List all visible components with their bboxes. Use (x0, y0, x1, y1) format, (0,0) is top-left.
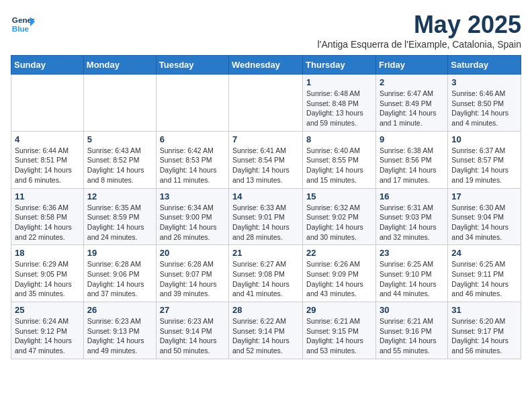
day-number: 8 (306, 134, 372, 144)
day-info: Sunrise: 6:34 AM Sunset: 9:00 PM Dayligh… (160, 203, 225, 242)
day-number: 29 (306, 305, 372, 315)
calendar-table: SundayMondayTuesdayWednesdayThursdayFrid… (11, 55, 521, 359)
title-block: May 2025 l'Antiga Esquerra de l'Eixample… (318, 11, 521, 50)
calendar-cell: 17Sunrise: 6:30 AM Sunset: 9:04 PM Dayli… (448, 188, 521, 245)
day-info: Sunrise: 6:28 AM Sunset: 9:07 PM Dayligh… (160, 259, 225, 299)
calendar-cell: 14Sunrise: 6:33 AM Sunset: 9:01 PM Dayli… (229, 188, 303, 245)
calendar-cell: 23Sunrise: 6:25 AM Sunset: 9:10 PM Dayli… (375, 245, 447, 302)
day-number: 3 (451, 77, 517, 87)
calendar-cell: 8Sunrise: 6:40 AM Sunset: 8:55 PM Daylig… (303, 131, 376, 188)
weekday-header-row: SundayMondayTuesdayWednesdayThursdayFrid… (11, 56, 521, 75)
calendar-cell: 13Sunrise: 6:34 AM Sunset: 9:00 PM Dayli… (156, 188, 228, 245)
day-number: 14 (232, 191, 299, 201)
day-info: Sunrise: 6:25 AM Sunset: 9:10 PM Dayligh… (380, 259, 444, 299)
day-info: Sunrise: 6:20 AM Sunset: 9:17 PM Dayligh… (451, 316, 517, 356)
day-number: 28 (232, 305, 299, 315)
day-number: 19 (87, 248, 152, 258)
day-info: Sunrise: 6:33 AM Sunset: 9:01 PM Dayligh… (232, 203, 299, 242)
week-row-5: 25Sunrise: 6:24 AM Sunset: 9:12 PM Dayli… (11, 302, 521, 359)
day-number: 22 (306, 248, 372, 258)
calendar-cell: 27Sunrise: 6:23 AM Sunset: 9:14 PM Dayli… (156, 302, 228, 359)
day-number: 13 (160, 191, 225, 201)
logo: General Blue (11, 11, 35, 35)
week-row-2: 4Sunrise: 6:44 AM Sunset: 8:51 PM Daylig… (11, 131, 521, 188)
day-number: 27 (160, 305, 225, 315)
day-number: 15 (306, 191, 372, 201)
day-number: 1 (306, 77, 372, 87)
day-info: Sunrise: 6:37 AM Sunset: 8:57 PM Dayligh… (451, 146, 517, 185)
calendar-cell (229, 75, 303, 132)
day-info: Sunrise: 6:21 AM Sunset: 9:16 PM Dayligh… (380, 316, 444, 356)
day-number: 16 (380, 191, 444, 201)
calendar-cell: 10Sunrise: 6:37 AM Sunset: 8:57 PM Dayli… (448, 131, 521, 188)
day-info: Sunrise: 6:47 AM Sunset: 8:49 PM Dayligh… (380, 89, 444, 128)
calendar-cell: 29Sunrise: 6:21 AM Sunset: 9:15 PM Dayli… (303, 302, 376, 359)
day-info: Sunrise: 6:41 AM Sunset: 8:54 PM Dayligh… (232, 146, 299, 185)
day-number: 9 (380, 134, 444, 144)
day-info: Sunrise: 6:36 AM Sunset: 8:58 PM Dayligh… (15, 203, 80, 242)
day-number: 5 (87, 134, 152, 144)
day-info: Sunrise: 6:43 AM Sunset: 8:52 PM Dayligh… (87, 146, 152, 185)
day-number: 10 (451, 134, 517, 144)
calendar-cell: 5Sunrise: 6:43 AM Sunset: 8:52 PM Daylig… (83, 131, 156, 188)
calendar-cell: 25Sunrise: 6:24 AM Sunset: 9:12 PM Dayli… (11, 302, 84, 359)
day-number: 24 (451, 248, 517, 258)
calendar-cell (83, 75, 156, 132)
calendar-cell: 22Sunrise: 6:26 AM Sunset: 9:09 PM Dayli… (303, 245, 376, 302)
calendar-cell: 2Sunrise: 6:47 AM Sunset: 8:49 PM Daylig… (375, 75, 447, 132)
calendar-cell: 18Sunrise: 6:29 AM Sunset: 9:05 PM Dayli… (11, 245, 84, 302)
day-info: Sunrise: 6:25 AM Sunset: 9:11 PM Dayligh… (451, 259, 517, 299)
week-row-1: 1Sunrise: 6:48 AM Sunset: 8:48 PM Daylig… (11, 75, 521, 132)
day-info: Sunrise: 6:38 AM Sunset: 8:56 PM Dayligh… (380, 146, 444, 185)
calendar-cell: 1Sunrise: 6:48 AM Sunset: 8:48 PM Daylig… (303, 75, 376, 132)
calendar-cell: 21Sunrise: 6:27 AM Sunset: 9:08 PM Dayli… (229, 245, 303, 302)
calendar-cell: 9Sunrise: 6:38 AM Sunset: 8:56 PM Daylig… (375, 131, 447, 188)
weekday-header-tuesday: Tuesday (156, 56, 228, 75)
weekday-header-wednesday: Wednesday (229, 56, 303, 75)
day-number: 30 (380, 305, 444, 315)
day-number: 18 (15, 248, 80, 258)
weekday-header-monday: Monday (83, 56, 156, 75)
weekday-header-saturday: Saturday (448, 56, 521, 75)
day-info: Sunrise: 6:42 AM Sunset: 8:53 PM Dayligh… (160, 146, 225, 185)
day-info: Sunrise: 6:40 AM Sunset: 8:55 PM Dayligh… (306, 146, 372, 185)
calendar-cell: 28Sunrise: 6:22 AM Sunset: 9:14 PM Dayli… (229, 302, 303, 359)
day-info: Sunrise: 6:32 AM Sunset: 9:02 PM Dayligh… (306, 203, 372, 242)
day-number: 12 (87, 191, 152, 201)
calendar-cell: 26Sunrise: 6:23 AM Sunset: 9:13 PM Dayli… (83, 302, 156, 359)
day-info: Sunrise: 6:48 AM Sunset: 8:48 PM Dayligh… (306, 89, 372, 128)
calendar-cell: 30Sunrise: 6:21 AM Sunset: 9:16 PM Dayli… (375, 302, 447, 359)
day-info: Sunrise: 6:23 AM Sunset: 9:14 PM Dayligh… (160, 316, 225, 356)
calendar-cell: 19Sunrise: 6:28 AM Sunset: 9:06 PM Dayli… (83, 245, 156, 302)
weekday-header-thursday: Thursday (303, 56, 376, 75)
page-header: General Blue May 2025 l'Antiga Esquerra … (11, 11, 521, 50)
calendar-cell: 7Sunrise: 6:41 AM Sunset: 8:54 PM Daylig… (229, 131, 303, 188)
day-number: 4 (15, 134, 80, 144)
day-info: Sunrise: 6:29 AM Sunset: 9:05 PM Dayligh… (15, 259, 80, 299)
logo-icon: General Blue (11, 11, 35, 35)
location-title: l'Antiga Esquerra de l'Eixample, Catalon… (318, 39, 521, 50)
day-number: 23 (380, 248, 444, 258)
calendar-cell (11, 75, 84, 132)
calendar-cell: 4Sunrise: 6:44 AM Sunset: 8:51 PM Daylig… (11, 131, 84, 188)
day-number: 26 (87, 305, 152, 315)
day-number: 6 (160, 134, 225, 144)
day-number: 17 (451, 191, 517, 201)
calendar-cell (156, 75, 228, 132)
day-number: 25 (15, 305, 80, 315)
calendar-cell: 3Sunrise: 6:46 AM Sunset: 8:50 PM Daylig… (448, 75, 521, 132)
day-info: Sunrise: 6:44 AM Sunset: 8:51 PM Dayligh… (15, 146, 80, 185)
calendar-cell: 20Sunrise: 6:28 AM Sunset: 9:07 PM Dayli… (156, 245, 228, 302)
day-number: 7 (232, 134, 299, 144)
day-info: Sunrise: 6:31 AM Sunset: 9:03 PM Dayligh… (380, 203, 444, 242)
day-info: Sunrise: 6:24 AM Sunset: 9:12 PM Dayligh… (15, 316, 80, 356)
calendar-cell: 15Sunrise: 6:32 AM Sunset: 9:02 PM Dayli… (303, 188, 376, 245)
calendar-cell: 31Sunrise: 6:20 AM Sunset: 9:17 PM Dayli… (448, 302, 521, 359)
day-number: 20 (160, 248, 225, 258)
calendar-cell: 16Sunrise: 6:31 AM Sunset: 9:03 PM Dayli… (375, 188, 447, 245)
month-title: May 2025 (318, 11, 521, 39)
day-info: Sunrise: 6:27 AM Sunset: 9:08 PM Dayligh… (232, 259, 299, 299)
day-number: 31 (451, 305, 517, 315)
day-number: 21 (232, 248, 299, 258)
day-info: Sunrise: 6:28 AM Sunset: 9:06 PM Dayligh… (87, 259, 152, 299)
